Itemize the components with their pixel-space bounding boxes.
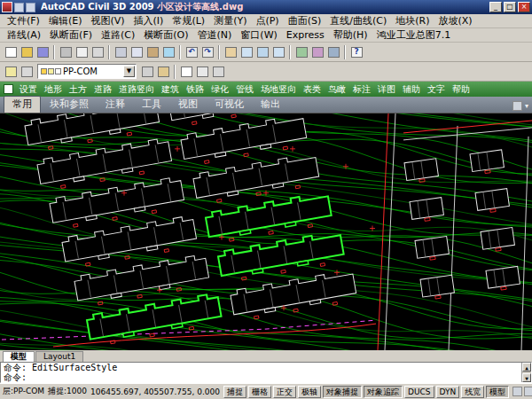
open-icon[interactable] (19, 44, 35, 60)
menu-profiles[interactable]: 纵断面(F) (45, 28, 97, 42)
layer-properties-icon[interactable] (3, 64, 19, 80)
app-icon[interactable] (2, 2, 12, 12)
menu-express[interactable]: Express (282, 29, 329, 41)
menu-parcels[interactable]: 地块(R) (391, 14, 434, 27)
menu-help[interactable]: 帮助(H) (329, 28, 372, 42)
linetype-control-icon[interactable] (194, 64, 210, 80)
menu-corridors[interactable]: 道路(C) (97, 28, 139, 42)
hongye-birdview[interactable]: 鸟瞰 (325, 83, 349, 96)
toggle-ducs[interactable]: DUCS (404, 386, 434, 398)
hongye-road-vertical[interactable]: 道路竖向 (115, 83, 158, 96)
hongye-earthwork[interactable]: 土方 (66, 83, 90, 96)
menu-view[interactable]: 视图(V) (86, 14, 129, 27)
color-control-icon[interactable] (178, 64, 194, 80)
toggle-lwt[interactable]: 线宽 (461, 386, 484, 398)
cut-icon[interactable] (113, 44, 129, 60)
pan-icon[interactable] (223, 44, 239, 60)
hongye-annotation[interactable]: 标注 (349, 83, 374, 96)
properties-icon[interactable] (293, 44, 309, 60)
zoom-realtime-icon[interactable] (239, 44, 254, 60)
hongye-help[interactable]: 帮助 (449, 83, 473, 96)
plot-icon[interactable] (58, 44, 74, 60)
close-button[interactable]: × (518, 2, 530, 12)
command-scrollbar[interactable]: ▲ ▼ (521, 363, 531, 382)
hongye-greening[interactable]: 绿化 (207, 83, 232, 96)
tab-view[interactable]: 视图 (170, 97, 206, 113)
hongye-railway[interactable]: 铁路 (183, 83, 207, 96)
toggle-grid[interactable]: 栅格 (248, 386, 271, 398)
copy-icon[interactable] (129, 44, 145, 60)
menu-edit[interactable]: 编辑(E) (44, 14, 87, 27)
hongye-auxiliary[interactable]: 辅助 (399, 83, 424, 96)
match-properties-icon[interactable] (160, 44, 176, 60)
toggle-dyn[interactable]: DYN (436, 386, 460, 398)
layer-dropdown-arrow[interactable]: ▼ (123, 66, 135, 77)
drawing-area[interactable] (0, 113, 532, 350)
toggle-snap[interactable]: 捕捉 (223, 386, 246, 398)
hongye-tables[interactable]: 表类 (300, 83, 325, 96)
hongye-terrain[interactable]: 地形 (41, 83, 66, 96)
redo-icon[interactable]: ↷ (200, 44, 215, 60)
menu-alignments[interactable]: 路线(A) (3, 28, 45, 42)
layer-previous-icon[interactable] (139, 64, 155, 80)
menu-sections[interactable]: 横断面(O) (139, 28, 192, 42)
menu-grading[interactable]: 放坡(X) (434, 14, 476, 27)
menu-insert[interactable]: 插入(I) (129, 14, 168, 27)
hongye-building[interactable]: 建筑 (158, 83, 183, 96)
toggle-polar[interactable]: 极轴 (298, 386, 321, 398)
annotation-visibility-icon[interactable] (524, 387, 532, 396)
toggle-ortho[interactable]: 正交 (273, 386, 296, 398)
hongye-pipeline[interactable]: 管线 (232, 83, 257, 96)
menu-window[interactable]: 窗口(W) (236, 28, 281, 42)
hongye-road[interactable]: 道路 (90, 83, 115, 96)
menu-general[interactable]: 常规(L) (168, 14, 209, 27)
menu-pipes[interactable]: 管道(N) (193, 28, 237, 42)
paste-icon[interactable] (145, 44, 160, 60)
hongye-text[interactable]: 文字 (424, 83, 449, 96)
menu-survey[interactable]: 测量(Y) (209, 14, 251, 27)
tab-visualize[interactable]: 可视化 (207, 97, 252, 113)
tab-tools[interactable]: 工具 (134, 97, 169, 113)
menu-file[interactable]: 文件(F) (3, 14, 44, 27)
minimize-button[interactable]: _ (489, 2, 502, 12)
layer-dropdown[interactable]: PP-COM ▼ (37, 64, 137, 79)
menu-hongye[interactable]: 鸿业工业总图7.1 (372, 28, 456, 42)
scroll-up-arrow[interactable]: ▲ (522, 363, 531, 372)
toggle-model[interactable]: 模型 (486, 386, 509, 398)
lineweight-control-icon[interactable] (210, 64, 226, 80)
publish-icon[interactable] (90, 44, 106, 60)
tab-blocks-references[interactable]: 块和参照 (42, 97, 97, 113)
scroll-down-arrow[interactable]: ▼ (522, 373, 531, 382)
zoom-previous-icon[interactable] (270, 44, 286, 60)
titlebar-icon-1[interactable] (14, 3, 24, 12)
make-object-layer-current-icon[interactable] (155, 64, 171, 80)
help-icon[interactable]: ? (348, 44, 364, 60)
hongye-site-vertical[interactable]: 场地竖向 (257, 83, 300, 96)
drawing-canvas[interactable] (0, 113, 532, 350)
undo-icon[interactable]: ↶ (184, 44, 200, 60)
hongye-logo-icon[interactable] (4, 84, 13, 94)
annotation-scale-icon[interactable] (512, 387, 522, 396)
layer-states-icon[interactable] (19, 64, 35, 80)
menu-lines-curves[interactable]: 直线/曲线(C) (325, 14, 391, 27)
toggle-otrack[interactable]: 对象追踪 (364, 386, 403, 398)
menu-surfaces[interactable]: 曲面(S) (284, 14, 326, 27)
tab-home[interactable]: 常用 (4, 96, 41, 113)
ribbon-minimize-arrow[interactable]: ▾ (525, 102, 528, 110)
menu-points[interactable]: 点(P) (251, 14, 283, 27)
tab-output[interactable]: 输出 (253, 97, 288, 113)
tool-palettes-icon[interactable] (325, 44, 341, 60)
hongye-details[interactable]: 详图 (374, 83, 399, 96)
ribbon-overflow-icon[interactable] (512, 101, 522, 111)
restore-button[interactable]: □ (504, 2, 516, 12)
zoom-window-icon[interactable] (254, 44, 270, 60)
tab-layout1[interactable]: Layout1 (35, 351, 83, 362)
qnew-icon[interactable] (3, 44, 19, 60)
toggle-osnap[interactable]: 对象捕捉 (323, 386, 362, 398)
titlebar-icon-2[interactable] (26, 3, 35, 12)
hongye-settings[interactable]: 设置 (16, 83, 41, 96)
designcenter-icon[interactable] (309, 44, 325, 60)
save-icon[interactable] (35, 44, 51, 60)
plot-preview-icon[interactable] (74, 44, 90, 60)
tab-model[interactable]: 模型 (3, 351, 35, 362)
